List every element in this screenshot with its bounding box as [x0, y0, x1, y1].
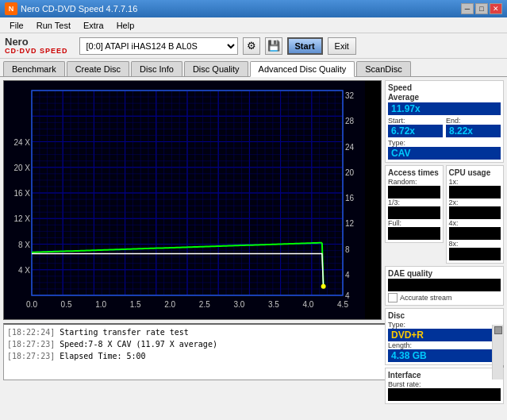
nero-logo-bottom: CD·DVD SPEED — [5, 47, 68, 55]
access-times-section: Access times Random: 1/3: Full: — [385, 165, 444, 243]
accurate-stream-row: Accurate stream — [388, 293, 501, 302]
speed-section: Speed Average 11.97x Start: 6.72x End: 8… — [385, 80, 504, 163]
log-text-1: Starting transfer rate test — [60, 328, 189, 337]
main-content: Speed Average 11.97x Start: 6.72x End: 8… — [0, 77, 507, 323]
menu-extra[interactable]: Extra — [77, 19, 110, 32]
tab-advanced-disc-quality[interactable]: Advanced Disc Quality — [250, 61, 355, 77]
speed-start-label: Start: — [388, 117, 443, 125]
accurate-stream-checkbox[interactable] — [388, 293, 398, 302]
toolbar: Nero CD·DVD SPEED [0:0] ATAPI iHAS124 B … — [0, 33, 507, 59]
maximize-button[interactable]: □ — [475, 3, 488, 14]
x1-value — [449, 186, 501, 198]
toolbar-icon-2[interactable]: 💾 — [265, 37, 282, 55]
x1-label: 1x: — [449, 178, 501, 186]
one-third-label: 1/3: — [388, 198, 440, 206]
access-times-label: Access times — [388, 168, 440, 177]
log-line-1: [18:22:24] Starting transfer rate test — [7, 326, 489, 338]
speed-label: Speed — [388, 83, 501, 92]
side-columns: Access times Random: 1/3: Full: CPU usag… — [385, 165, 504, 264]
burst-rate-value — [388, 388, 501, 401]
log-time-1: [18:22:24] — [7, 328, 55, 337]
minimize-button[interactable]: ─ — [461, 3, 474, 14]
toolbar-icon-1[interactable]: ⚙ — [243, 37, 260, 55]
log-line-2: [18:27:23] Speed:7-8 X CAV (11.97 X aver… — [7, 338, 489, 350]
log-text-3: Elapsed Time: 5:00 — [60, 352, 145, 360]
tab-disc-info[interactable]: Disc Info — [131, 61, 182, 76]
random-value — [388, 186, 440, 198]
log-wrapper: [18:22:24] Starting transfer rate test [… — [4, 325, 503, 380]
chart-container — [3, 80, 382, 320]
log-content: [18:22:24] Starting transfer rate test [… — [4, 325, 492, 380]
speed-type-label: Type: — [388, 139, 501, 147]
accurate-stream-label: Accurate stream — [400, 294, 452, 302]
menu-file[interactable]: File — [3, 19, 30, 32]
x2-value — [449, 206, 501, 219]
title-bar: N Nero CD-DVD Speed 4.7.7.16 ─ □ ✕ — [0, 0, 507, 17]
tab-benchmark[interactable]: Benchmark — [3, 61, 65, 76]
app-icon: N — [5, 2, 17, 15]
title-bar-text: Nero CD-DVD Speed 4.7.7.16 — [21, 4, 461, 13]
dae-label: DAE quality — [388, 269, 501, 278]
speed-average-value: 11.97x — [388, 102, 501, 115]
speed-end-value: 8.22x — [446, 125, 501, 137]
x2-label: 2x: — [449, 198, 501, 206]
disc-type-header: Disc — [388, 311, 501, 320]
log-line-3: [18:27:23] Elapsed Time: 5:00 — [7, 350, 489, 362]
log-time-2: [18:27:23] — [7, 340, 55, 349]
random-label: Random: — [388, 178, 440, 186]
nero-logo-top: Nero — [5, 37, 68, 47]
x4-value — [449, 227, 501, 240]
tab-bar: Benchmark Create Disc Disc Info Disc Qua… — [0, 59, 507, 77]
burst-rate-label: Burst rate: — [388, 380, 501, 388]
window-controls: ─ □ ✕ — [461, 3, 502, 14]
x8-label: 8x: — [449, 240, 501, 248]
log-time-3: [18:27:23] — [7, 352, 55, 360]
tab-scan-disc[interactable]: ScanDisc — [356, 61, 410, 76]
log-text-2: Speed:7-8 X CAV (11.97 X average) — [60, 340, 217, 349]
start-button[interactable]: Start — [287, 37, 323, 55]
dae-value — [388, 279, 501, 291]
cpu-usage-label: CPU usage — [449, 168, 501, 177]
menu-help[interactable]: Help — [110, 19, 141, 32]
nero-logo: Nero CD·DVD SPEED — [5, 37, 68, 55]
close-button[interactable]: ✕ — [490, 3, 502, 14]
exit-button[interactable]: Exit — [328, 37, 356, 55]
full-value — [388, 227, 440, 240]
dae-section: DAE quality Accurate stream — [385, 266, 504, 306]
speed-average-label: Average — [388, 93, 501, 102]
x8-value — [449, 248, 501, 260]
x4-label: 4x: — [449, 219, 501, 227]
full-label: Full: — [388, 219, 440, 227]
scrollbar-thumb — [494, 326, 502, 334]
drive-select[interactable]: [0:0] ATAPI iHAS124 B AL0S — [79, 37, 238, 55]
cpu-usage-col: CPU usage 1x: 2x: 4x: 8x: — [446, 165, 505, 264]
cpu-usage-section: CPU usage 1x: 2x: 4x: 8x: — [446, 165, 505, 264]
menu-bar: File Run Test Extra Help — [0, 17, 507, 33]
right-panel: Speed Average 11.97x Start: 6.72x End: 8… — [385, 80, 504, 320]
access-times-col: Access times Random: 1/3: Full: — [385, 165, 444, 264]
speed-start-value: 6.72x — [388, 125, 443, 137]
tab-create-disc[interactable]: Create Disc — [67, 61, 129, 76]
tab-disc-quality[interactable]: Disc Quality — [184, 61, 248, 76]
one-third-value — [388, 206, 440, 219]
menu-run-test[interactable]: Run Test — [30, 19, 77, 32]
speed-type-value: CAV — [388, 147, 501, 160]
speed-end-label: End: — [446, 117, 501, 125]
log-area: [18:22:24] Starting transfer rate test [… — [3, 323, 504, 380]
log-scrollbar[interactable] — [492, 325, 503, 380]
